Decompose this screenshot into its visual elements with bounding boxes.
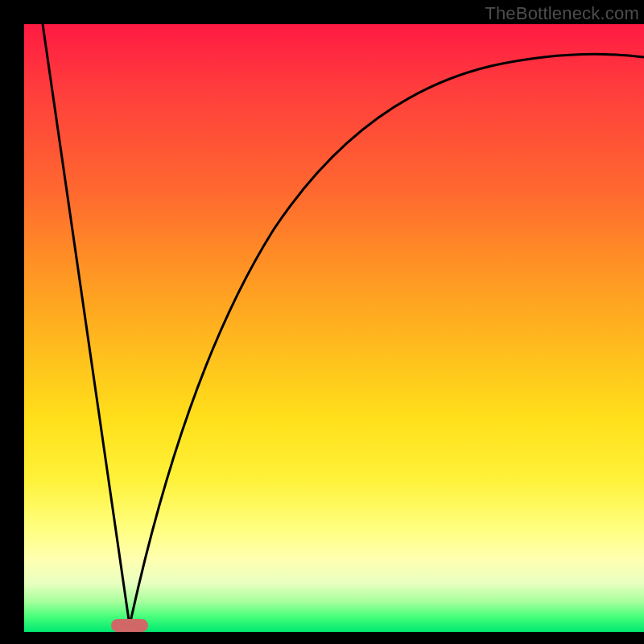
- curve-right-branch: [130, 54, 644, 625]
- chart-frame: TheBottleneck.com: [0, 0, 644, 644]
- watermark-text: TheBottleneck.com: [485, 3, 639, 24]
- bottleneck-curve: [24, 24, 644, 632]
- plot-area: [24, 24, 644, 632]
- minimum-marker: [111, 619, 148, 632]
- curve-left-branch: [43, 24, 130, 625]
